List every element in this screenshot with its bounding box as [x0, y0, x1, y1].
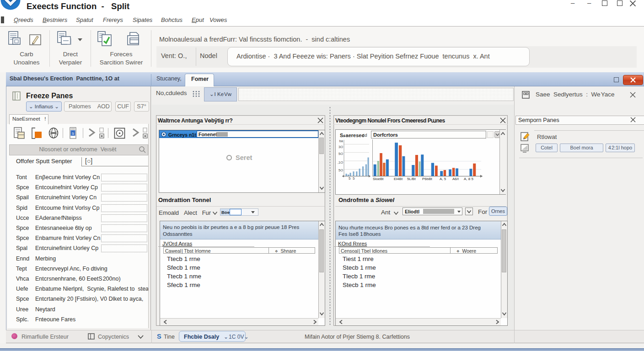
svg-text:5L/Bt: 5L/Bt	[407, 177, 416, 181]
svg-text:ba: ba	[339, 139, 343, 143]
svg-text:P6bBt: P6bBt	[422, 177, 433, 181]
svg-text:,1O: ,1O	[338, 160, 343, 165]
svg-text:5 5: 5 5	[349, 176, 355, 181]
svg-text:El4Bt: El4Bt	[394, 177, 403, 181]
svg-text:5O: 5O	[338, 168, 343, 172]
svg-text:5O: 5O	[338, 152, 343, 156]
svg-text:A, 5: A, 5	[440, 177, 446, 181]
svg-text:SloeBt: SloeBt	[373, 177, 384, 181]
svg-text:3O: 3O	[338, 145, 343, 149]
svg-text:A6/l: A6/l	[452, 177, 459, 181]
svg-text:A, 8 5: A, 8 5	[464, 177, 473, 181]
